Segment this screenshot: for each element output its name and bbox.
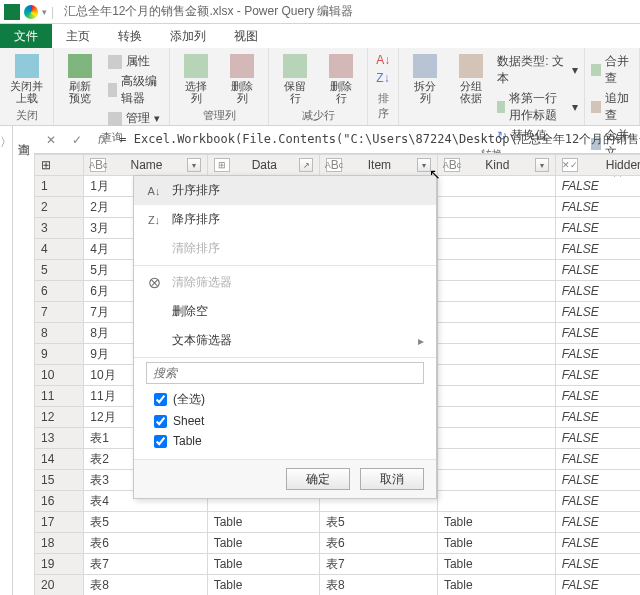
cell-hidden[interactable]: FALSE bbox=[555, 239, 640, 260]
cell-hidden[interactable]: FALSE bbox=[555, 407, 640, 428]
sort-desc-button[interactable]: Z↓ bbox=[374, 70, 391, 86]
corner-cell[interactable]: ⊞ bbox=[35, 155, 84, 176]
cell-item[interactable]: 表6 bbox=[320, 533, 438, 554]
cell-kind[interactable] bbox=[437, 218, 555, 239]
cell-hidden[interactable]: FALSE bbox=[555, 491, 640, 512]
cell-data[interactable]: Table bbox=[207, 554, 319, 575]
tab-home[interactable]: 主页 bbox=[52, 24, 104, 48]
accept-formula-icon[interactable]: ✓ bbox=[68, 133, 86, 147]
cell-kind[interactable] bbox=[437, 470, 555, 491]
cell-hidden[interactable]: FALSE bbox=[555, 554, 640, 575]
filter-search-input[interactable] bbox=[146, 362, 424, 384]
cell-data[interactable]: Table bbox=[207, 512, 319, 533]
cell-hidden[interactable]: FALSE bbox=[555, 428, 640, 449]
dropdown-icon[interactable]: ▾ bbox=[42, 7, 47, 17]
sort-asc-item[interactable]: A↓升序排序 bbox=[134, 176, 436, 205]
check-table[interactable]: Table bbox=[146, 431, 424, 451]
cell-hidden[interactable]: FALSE bbox=[555, 260, 640, 281]
queries-pane-expand[interactable]: 〉 bbox=[0, 126, 13, 595]
table-row[interactable]: 19 表7 Table 表7 Table FALSE bbox=[35, 554, 641, 575]
remove-columns-button[interactable]: 删除 列 bbox=[222, 52, 262, 106]
cell-hidden[interactable]: FALSE bbox=[555, 470, 640, 491]
cell-hidden[interactable]: FALSE bbox=[555, 302, 640, 323]
cell-data[interactable]: Table bbox=[207, 533, 319, 554]
cell-kind[interactable]: Table bbox=[437, 512, 555, 533]
tab-transform[interactable]: 转换 bbox=[104, 24, 156, 48]
first-row-header-button[interactable]: 将第一行用作标题 ▾ bbox=[497, 89, 578, 125]
cell-hidden[interactable]: FALSE bbox=[555, 218, 640, 239]
table-row[interactable]: 17 表5 Table 表5 Table FALSE bbox=[35, 512, 641, 533]
cell-kind[interactable] bbox=[437, 281, 555, 302]
cell-kind[interactable] bbox=[437, 302, 555, 323]
cell-hidden[interactable]: FALSE bbox=[555, 386, 640, 407]
col-data[interactable]: ⊞Data↗ bbox=[207, 155, 319, 176]
cell-kind[interactable] bbox=[437, 491, 555, 512]
cell-name[interactable]: 表7 bbox=[84, 554, 207, 575]
cell-hidden[interactable]: FALSE bbox=[555, 533, 640, 554]
cell-kind[interactable]: Table bbox=[437, 554, 555, 575]
merge-queries-button[interactable]: 合并查 bbox=[591, 52, 633, 88]
cell-kind[interactable] bbox=[437, 449, 555, 470]
properties-button[interactable]: 属性 bbox=[106, 52, 163, 71]
cell-kind[interactable] bbox=[437, 176, 555, 197]
cell-name[interactable]: 表6 bbox=[84, 533, 207, 554]
remove-empty-item[interactable]: 删除空 bbox=[134, 297, 436, 326]
cell-kind[interactable] bbox=[437, 260, 555, 281]
table-row[interactable]: 20 表8 Table 表8 Table FALSE bbox=[35, 575, 641, 596]
cell-kind[interactable] bbox=[437, 239, 555, 260]
cell-hidden[interactable]: FALSE bbox=[555, 281, 640, 302]
cell-item[interactable]: 表7 bbox=[320, 554, 438, 575]
close-load-button[interactable]: 关闭并 上载 bbox=[6, 52, 47, 106]
cell-kind[interactable] bbox=[437, 428, 555, 449]
cell-kind[interactable]: Table bbox=[437, 533, 555, 554]
cell-kind[interactable] bbox=[437, 323, 555, 344]
text-filters-item[interactable]: 文本筛选器▸ bbox=[134, 326, 436, 355]
tab-file[interactable]: 文件 bbox=[0, 24, 52, 48]
cell-hidden[interactable]: FALSE bbox=[555, 575, 640, 596]
cell-item[interactable]: 表5 bbox=[320, 512, 438, 533]
refresh-preview-button[interactable]: 刷新 预览 bbox=[60, 52, 100, 106]
cancel-formula-icon[interactable]: ✕ bbox=[42, 133, 60, 147]
sort-desc-item[interactable]: Z↓降序排序 bbox=[134, 205, 436, 234]
cell-hidden[interactable]: FALSE bbox=[555, 323, 640, 344]
tab-view[interactable]: 视图 bbox=[220, 24, 272, 48]
cell-hidden[interactable]: FALSE bbox=[555, 365, 640, 386]
ok-button[interactable]: 确定 bbox=[286, 468, 350, 490]
fx-icon[interactable]: fx bbox=[94, 133, 111, 147]
cell-item[interactable]: 表8 bbox=[320, 575, 438, 596]
check-select-all[interactable]: (全选) bbox=[146, 388, 424, 411]
cell-kind[interactable] bbox=[437, 365, 555, 386]
cell-hidden[interactable]: FALSE bbox=[555, 512, 640, 533]
cell-hidden[interactable]: FALSE bbox=[555, 197, 640, 218]
groupby-button[interactable]: 分组 依据 bbox=[451, 52, 491, 106]
col-kind[interactable]: ABcKind▾ bbox=[437, 155, 555, 176]
theme-palette-icon[interactable] bbox=[24, 5, 38, 19]
cell-kind[interactable] bbox=[437, 197, 555, 218]
choose-columns-button[interactable]: 选择 列 bbox=[176, 52, 216, 106]
sort-asc-button[interactable]: A↓ bbox=[374, 52, 392, 68]
col-name[interactable]: ABcName▾ bbox=[84, 155, 207, 176]
keep-rows-button[interactable]: 保留 行 bbox=[275, 52, 315, 106]
cell-kind[interactable] bbox=[437, 386, 555, 407]
cancel-button[interactable]: 取消 bbox=[360, 468, 424, 490]
cell-hidden[interactable]: FALSE bbox=[555, 449, 640, 470]
split-column-button[interactable]: 拆分 列 bbox=[405, 52, 445, 106]
append-queries-button[interactable]: 追加查 bbox=[591, 89, 633, 125]
formula-text[interactable]: = Excel.Workbook(File.Contents("C:\Users… bbox=[119, 131, 640, 148]
remove-rows-button[interactable]: 删除 行 bbox=[321, 52, 361, 106]
cell-hidden[interactable]: FALSE bbox=[555, 344, 640, 365]
table-row[interactable]: 18 表6 Table 表6 Table FALSE bbox=[35, 533, 641, 554]
cell-name[interactable]: 表8 bbox=[84, 575, 207, 596]
col-item[interactable]: ABcItem▾ bbox=[320, 155, 438, 176]
check-sheet[interactable]: Sheet bbox=[146, 411, 424, 431]
col-hidden[interactable]: ✕✓Hidden▾ bbox=[555, 155, 640, 176]
cell-kind[interactable]: Table bbox=[437, 575, 555, 596]
datatype-dropdown[interactable]: 数据类型: 文本 ▾ bbox=[497, 52, 578, 88]
advanced-editor-button[interactable]: 高级编辑器 bbox=[106, 72, 163, 108]
cell-hidden[interactable]: FALSE bbox=[555, 176, 640, 197]
cell-data[interactable]: Table bbox=[207, 575, 319, 596]
tab-addcolumn[interactable]: 添加列 bbox=[156, 24, 220, 48]
cell-name[interactable]: 表5 bbox=[84, 512, 207, 533]
cell-kind[interactable] bbox=[437, 407, 555, 428]
cell-kind[interactable] bbox=[437, 344, 555, 365]
